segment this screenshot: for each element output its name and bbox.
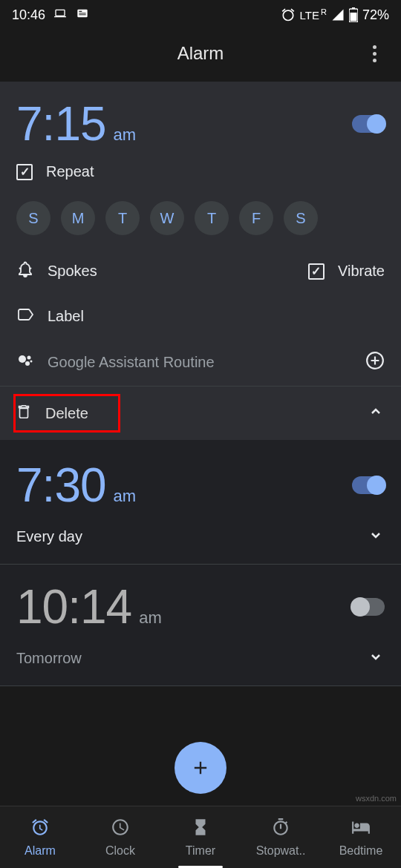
alarm-toggle[interactable]	[352, 598, 385, 616]
svg-point-10	[30, 361, 33, 363]
laptop-icon	[53, 7, 68, 23]
sound-row[interactable]: Spokes Vibrate	[16, 249, 385, 294]
alarm-summary-row[interactable]: Every day	[16, 513, 385, 564]
stopwatch-icon	[271, 818, 290, 840]
overflow-menu-button[interactable]	[359, 39, 389, 68]
alarm-time-button[interactable]: 10:14 am	[16, 579, 162, 634]
alarm-ampm: am	[139, 608, 162, 628]
alarm-list: 7:15 am Repeat S M T W T F S Spokes Vibr…	[0, 82, 401, 686]
status-time: 10:46	[12, 7, 45, 23]
svg-rect-6	[350, 13, 356, 22]
add-routine-icon[interactable]	[365, 351, 385, 374]
bell-icon	[16, 260, 34, 282]
alarm-ampm: am	[114, 125, 137, 145]
label-text: Label	[48, 308, 84, 325]
vibrate-label: Vibrate	[338, 263, 385, 280]
nav-label: Alarm	[25, 844, 56, 858]
nav-label: Clock	[105, 844, 135, 858]
alarm-time-button[interactable]: 7:15 am	[16, 96, 136, 151]
label-row[interactable]: Label	[16, 294, 385, 339]
watermark: wsxdn.com	[356, 794, 397, 803]
day-chip-tue[interactable]: T	[105, 201, 140, 235]
repeat-label: Repeat	[46, 163, 94, 180]
nav-label: Stopwat..	[256, 844, 306, 858]
delete-button[interactable]: Delete	[13, 394, 120, 433]
day-chip-sun[interactable]: S	[16, 201, 50, 235]
svg-point-9	[25, 361, 30, 366]
svg-rect-3	[79, 14, 85, 15]
alarm-time: 10:14	[16, 579, 131, 634]
alarm-card: 10:14 am Tomorrow	[0, 565, 401, 686]
news-icon	[75, 7, 90, 23]
alarm-summary: Tomorrow	[16, 650, 82, 667]
sound-label: Spokes	[48, 263, 97, 280]
alarm-summary-row[interactable]: Tomorrow	[16, 634, 385, 685]
alarm-toggle[interactable]	[352, 476, 385, 494]
chevron-down-icon[interactable]	[367, 648, 385, 669]
nav-label: Bedtime	[339, 844, 383, 858]
alarm-summary: Every day	[16, 528, 82, 545]
delete-label: Delete	[45, 405, 88, 422]
alarm-ampm: am	[114, 487, 137, 506]
status-bar: 10:46 LTE R 72%	[0, 0, 401, 30]
svg-rect-5	[352, 7, 355, 9]
svg-point-8	[27, 356, 31, 360]
assistant-label: Google Assistant Routine	[48, 354, 215, 371]
hourglass-icon	[191, 818, 210, 840]
add-alarm-fab[interactable]	[175, 742, 226, 794]
clock-icon	[111, 818, 130, 840]
alarm-card: 7:30 am Every day	[0, 443, 401, 565]
signal-icon	[331, 8, 345, 22]
day-chip-sat[interactable]: S	[284, 201, 318, 235]
status-roaming: R	[321, 7, 327, 16]
nav-clock[interactable]: Clock	[80, 806, 160, 868]
day-chip-mon[interactable]: M	[61, 201, 95, 235]
vibrate-checkbox[interactable]	[308, 263, 325, 280]
bottom-nav: Alarm Clock Timer Stopwat.. Bedtime	[0, 806, 401, 868]
day-chip-thu[interactable]: T	[195, 201, 229, 235]
alarm-time-button[interactable]: 7:30 am	[16, 458, 136, 513]
nav-alarm[interactable]: Alarm	[0, 806, 80, 868]
battery-icon	[349, 7, 358, 22]
nav-label: Timer	[186, 844, 215, 858]
status-battery: 72%	[362, 7, 389, 23]
alarm-status-icon	[281, 7, 296, 22]
alarm-time: 7:15	[16, 96, 106, 151]
page-title: Alarm	[177, 43, 224, 64]
assistant-row[interactable]: Google Assistant Routine	[16, 339, 385, 386]
day-chip-wed[interactable]: W	[150, 201, 184, 235]
alarm-time: 7:30	[16, 458, 106, 513]
alarm-toggle[interactable]	[352, 115, 385, 133]
svg-point-7	[19, 355, 26, 363]
alarm-card: 7:15 am Repeat S M T W T F S Spokes Vibr…	[0, 82, 401, 440]
trash-icon	[16, 404, 32, 423]
chevron-up-icon[interactable]	[367, 403, 385, 424]
nav-stopwatch[interactable]: Stopwat..	[241, 806, 321, 868]
repeat-checkbox[interactable]	[16, 164, 33, 180]
days-row: S M T W T F S	[16, 192, 385, 249]
assistant-icon	[16, 352, 34, 373]
nav-bedtime[interactable]: Bedtime	[321, 806, 401, 868]
day-chip-fri[interactable]: F	[239, 201, 273, 235]
nav-timer[interactable]: Timer	[160, 806, 241, 868]
svg-rect-2	[79, 13, 85, 13]
alarm-icon	[30, 818, 50, 840]
status-network: LTE	[300, 9, 319, 22]
bed-icon	[351, 818, 371, 840]
repeat-row[interactable]: Repeat	[16, 151, 385, 192]
svg-rect-1	[79, 10, 82, 11]
app-header: Alarm	[0, 30, 401, 77]
label-icon	[16, 306, 34, 327]
chevron-down-icon[interactable]	[367, 526, 385, 548]
